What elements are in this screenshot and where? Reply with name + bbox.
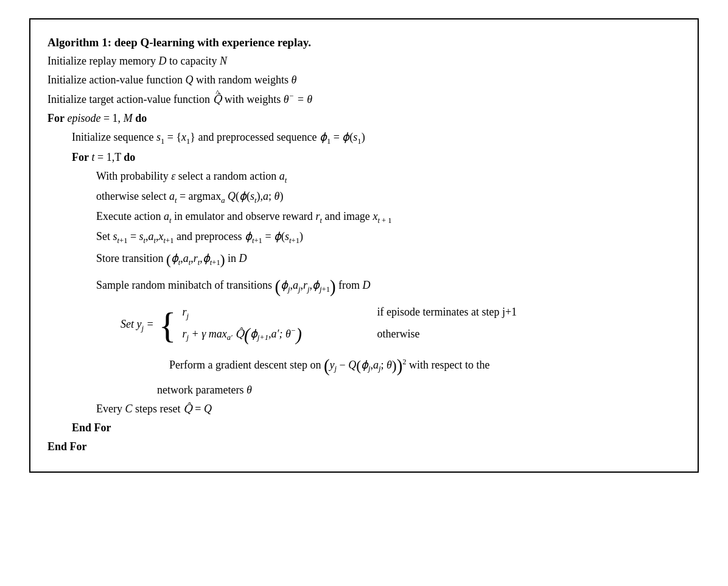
paren-grad-inner-close: ) (392, 358, 397, 373)
line-gradient: Perform a gradient descent step on (yj −… (121, 351, 650, 381)
case2-condition: otherwise (377, 328, 419, 341)
var-at: a (279, 170, 285, 182)
var-gamma: γ (201, 328, 206, 340)
var-phij1: ϕ (250, 328, 257, 340)
var-qhat-case2: Q̂ (235, 327, 244, 341)
line-network-params: network parameters θ (47, 382, 681, 399)
var-epsilon: ε (171, 170, 175, 182)
keyword-end-for-inner: End For (72, 422, 111, 434)
func-Q-phi: Q (228, 190, 236, 202)
var-N: N (220, 55, 227, 67)
line-end-for-outer: End For (47, 439, 681, 456)
paren-case2-close: ) (296, 325, 302, 344)
keyword-do-episode: do (135, 112, 147, 124)
line-init-sequence: Initialize sequence s1 = {x1} and prepro… (47, 129, 681, 147)
var-t: t (91, 151, 94, 163)
line-for-episode: For episode = 1, M do (47, 110, 681, 127)
var-s1: s (156, 131, 161, 143)
func-Q-grad: Q (348, 359, 356, 371)
expr-transition: ϕ (171, 253, 178, 265)
paren-grad-inner-open: ( (356, 358, 361, 373)
paren-case2-open: ( (244, 325, 250, 344)
line-with-prob: With probability ε select a random actio… (47, 168, 681, 186)
expr-minibatch: ϕ (281, 279, 288, 291)
paren-close-store: ) (220, 252, 225, 267)
line-init-replay: Initialize replay memory D to capacity N (47, 53, 681, 70)
line-init-q: Initialize action-value function Q with … (47, 72, 681, 89)
var-Q-reset: Q (204, 403, 212, 415)
paren-grad-outer-close: ) (397, 356, 403, 375)
line-init-qhat: Initialize target action-value function … (47, 91, 681, 108)
brace-case-1: rj if episode terminates at step j+1 (182, 306, 517, 321)
line-execute: Execute action at in emulator and observ… (47, 208, 681, 227)
var-Q: Q (185, 74, 193, 86)
var-st1: s (113, 230, 117, 242)
var-M: M (124, 112, 133, 124)
case1-condition: if episode terminates at step j+1 (377, 306, 517, 319)
var-phit1: ϕ (245, 230, 252, 242)
line-end-for-inner: End For (47, 420, 681, 437)
var-yj: y (137, 318, 142, 330)
line-otherwise: otherwise select at = argmaxa Q(ϕ(st),a;… (47, 188, 681, 207)
line-for-t: For t = 1,T do (47, 149, 681, 166)
var-qhat: Q̂ (213, 91, 222, 108)
var-C: C (125, 403, 132, 415)
line-set-st1: Set st+1 = st,at,xt+1 and preprocess ϕt+… (47, 228, 681, 247)
keyword-for-t: For (72, 151, 89, 163)
brace-container: { rj if episode terminates at step j+1 r… (159, 306, 517, 345)
func-phi-s1: ϕ (342, 131, 349, 143)
var-at-3: a (164, 210, 169, 222)
var-qhat-reset: Q̂ (183, 401, 192, 418)
line-store-transition: Store transition (ϕt,at,rt,ϕt+1) in D (47, 249, 681, 270)
keyword-end-for-outer: End For (47, 440, 87, 453)
var-D-sample: D (363, 279, 371, 291)
algorithm-title-text: Algorithm 1: deep Q-learning with experi… (47, 36, 311, 49)
keyword-for-episode: For (47, 112, 65, 124)
line-sample: Sample random minibatch of transitions (… (47, 273, 681, 300)
line-every-c: Every C steps reset Q̂ = Q (47, 401, 681, 418)
expr-episode: episode (67, 112, 100, 124)
brace-cases: rj if episode terminates at step j+1 rj … (182, 306, 517, 345)
var-D-store: D (239, 253, 247, 265)
var-theta-minus: θ− = θ (284, 93, 312, 105)
case2-math: rj + γ maxa′ Q̂(ϕj+1,a′; θ−) (182, 325, 340, 345)
var-theta: θ (291, 74, 296, 86)
case1-math: rj (182, 306, 340, 321)
big-brace-symbol: { (159, 306, 177, 345)
paren-close-sample: ) (330, 277, 336, 296)
var-at-2: a (169, 190, 175, 202)
var-phi1: ϕ (320, 131, 327, 143)
set-yj-label: Set yj = (121, 318, 154, 333)
paren-open-store: ( (166, 252, 171, 267)
paren-grad-outer-open: ( (324, 356, 330, 375)
var-theta-net: θ (247, 384, 252, 396)
brace-case-2: rj + γ maxa′ Q̂(ϕj+1,a′; θ−) otherwise (182, 325, 517, 345)
algorithm-title: Algorithm 1: deep Q-learning with experi… (47, 34, 681, 51)
var-phij-grad: ϕ (361, 359, 368, 371)
var-D: D (158, 55, 166, 67)
keyword-do-t: do (124, 151, 135, 163)
var-yj-grad: y (330, 359, 335, 371)
set-yj-block: Set yj = { rj if episode terminates at s… (121, 306, 681, 345)
algorithm-box: Algorithm 1: deep Q-learning with experi… (29, 18, 699, 473)
paren-open-sample: ( (275, 277, 281, 296)
var-x1: x (181, 131, 186, 143)
